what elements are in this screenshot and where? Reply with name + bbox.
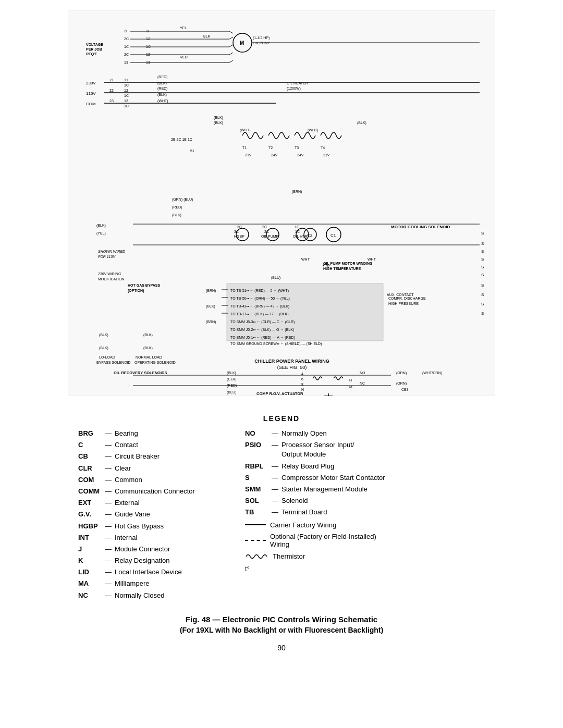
legend-item-hgbp: HGBP — Hot Gas Bypass (78, 522, 224, 531)
svg-text:FOR 115V: FOR 115V (98, 255, 116, 258)
svg-text:(BLK): (BLK) (214, 121, 223, 125)
legend-item-com: COM — Common (78, 475, 224, 485)
svg-text:(BRN): (BRN) (206, 289, 216, 293)
svg-text:(WHT/ORN): (WHT/ORN) (422, 371, 442, 375)
solid-line-symbol (245, 524, 266, 525)
svg-text:RED: RED (180, 55, 188, 59)
svg-text:BLK: BLK (203, 34, 211, 38)
svg-text:21V: 21V (323, 153, 330, 157)
svg-text:(WHT): (WHT) (240, 128, 251, 132)
legend-item-smm: SMM — Starter Management Module (245, 485, 391, 494)
page-number: 90 (68, 644, 495, 652)
svg-text:24V: 24V (297, 153, 304, 157)
svg-text:HOT GAS BYPASS: HOT GAS BYPASS (128, 283, 160, 287)
svg-text:COM: COM (86, 102, 96, 106)
legend-item-no: NO — Normally Open (245, 429, 391, 438)
svg-text:21: 21 (109, 78, 114, 82)
svg-text:C1: C1 (331, 233, 336, 238)
svg-text:REQ'T: REQ'T (86, 52, 97, 56)
legend-item-lid: LID — Local Interface Device (78, 567, 224, 577)
svg-text:(GRN) (BLU): (GRN) (BLU) (172, 198, 193, 202)
svg-text:(OPTION): (OPTION) (128, 289, 144, 293)
svg-text:(BLK): (BLK) (214, 116, 223, 120)
svg-text:(SEE FIG. 50): (SEE FIG. 50) (277, 365, 307, 370)
legend-item-c: C — Contact (78, 440, 224, 450)
svg-text:(BLU): (BLU) (271, 276, 280, 280)
svg-text:CB3: CB3 (401, 388, 409, 391)
svg-text:1C: 1C (124, 104, 129, 108)
svg-text:8: 8 (301, 382, 303, 386)
legend-optional-wiring: Optional (Factory or Field-Installed)Wir… (245, 533, 391, 548)
legend-item-brg: BRG — Bearing (78, 429, 224, 438)
legend-item-gv: G.V. — Guide Vane (78, 510, 224, 519)
svg-text:115V: 115V (86, 91, 96, 96)
svg-text:S: S (481, 249, 484, 254)
svg-text:(BLK): (BLK) (143, 346, 153, 350)
figure-title-line1: Fig. 48 — Electronic PIC Controls Wiring… (68, 615, 495, 624)
svg-text:N: N (301, 388, 304, 391)
svg-text:1C: 1C (124, 94, 129, 97)
svg-text:OIL RECOVERY SOLENOIDS: OIL RECOVERY SOLENOIDS (114, 371, 167, 375)
svg-text:H: H (349, 378, 352, 382)
svg-text:13: 13 (124, 99, 128, 103)
svg-text:NC: NC (360, 381, 365, 385)
dashed-line-symbol (245, 540, 266, 541)
svg-text:2I: 2I (124, 29, 127, 33)
svg-text:T1: T1 (242, 146, 247, 150)
svg-text:TO TB-50••  ← (ORN) — 50 → (YE: TO TB-50•• ← (ORN) — 50 → (YEL) (230, 297, 290, 301)
svg-text:22: 22 (109, 89, 114, 92)
legend-item-cb: CB — Circuit Breaker (78, 452, 224, 461)
svg-text:(ORN): (ORN) (396, 371, 407, 375)
svg-text:(WHT): (WHT) (308, 128, 319, 132)
svg-text:23: 23 (109, 99, 114, 103)
svg-text:HGBP: HGBP (234, 235, 244, 238)
svg-text:T2: T2 (268, 146, 273, 150)
wiring-diagram-svg: VOLTAGE PER JOB REQ'T 2I 2C 1C 2C 13 1I … (68, 10, 495, 396)
carrier-wiring-label: Carrier Factory Wiring (270, 521, 391, 529)
svg-text:230V: 230V (86, 81, 96, 85)
svg-text:NO: NO (360, 371, 365, 375)
svg-text:OIL PUMP MOTOR WINDING: OIL PUMP MOTOR WINDING (323, 262, 373, 265)
legend-item-comm: COMM — Communication Connector (78, 487, 224, 496)
svg-text:PER JOB: PER JOB (86, 47, 102, 51)
svg-text:S: S (481, 241, 484, 246)
svg-text:(RED): (RED) (227, 384, 237, 388)
svg-text:3C: 3C (237, 225, 242, 229)
svg-text:TO TB-51••  ← (RED) —  5  → (W: TO TB-51•• ← (RED) — 5 → (WHT) (230, 289, 289, 293)
legend-title: LEGEND (78, 414, 485, 423)
svg-text:COMP R.G.V. ACTUATOR: COMP R.G.V. ACTUATOR (256, 391, 303, 396)
legend-item-int: INT — Internal (78, 533, 224, 542)
svg-text:(BLK): (BLK) (206, 304, 215, 309)
svg-text:T3: T3 (295, 146, 299, 150)
svg-text:1C: 1C (295, 225, 299, 229)
svg-text:OPERATING SOLENOID: OPERATING SOLENOID (134, 361, 176, 364)
svg-text:3C: 3C (234, 230, 239, 233)
svg-text:T4: T4 (321, 146, 325, 150)
legend-item-psio: PSIO — Processor Sensor Input/Output Mod… (245, 440, 391, 459)
legend-item-s: S — Compressor Motor Start Contactor (245, 473, 391, 483)
svg-text:(BLK): (BLK) (172, 213, 181, 217)
svg-text:M: M (349, 385, 352, 389)
svg-text:2C: 2C (262, 225, 267, 229)
svg-text:TO TB-43••  ← (BRN) — 43 → (BL: TO TB-43•• ← (BRN) — 43 → (BLK) (230, 304, 289, 309)
legend-thermistor: Thermistor (245, 552, 391, 561)
legend-section: LEGEND BRG — Bearing C — Contact CB — Ci… (68, 409, 495, 606)
svg-text:(BLK): (BLK) (96, 224, 106, 228)
svg-text:2C: 2C (124, 37, 129, 41)
svg-text:CHILLER POWER PANEL WIRING: CHILLER POWER PANEL WIRING (254, 359, 329, 364)
svg-text:TO SMM J5-2••  ← (BLK) — G  → : TO SMM J5-2•• ← (BLK) — G → (BLK) (230, 328, 294, 332)
svg-text:(BLK): (BLK) (143, 333, 153, 337)
svg-text:S: S (481, 231, 484, 236)
page-container: VOLTAGE PER JOB REQ'T 2I 2C 1C 2C 13 1I … (0, 0, 563, 728)
svg-text:t°: t° (327, 264, 330, 269)
svg-text:M: M (240, 40, 244, 46)
thermistor-symbol-svg (245, 552, 268, 561)
svg-text:S: S (481, 292, 484, 297)
svg-text:AUX. CONTACT: AUX. CONTACT (387, 293, 414, 297)
svg-text:24V: 24V (271, 153, 278, 157)
svg-text:(WHT): (WHT) (157, 99, 168, 103)
svg-text:OIL HTR: OIL HTR (293, 235, 307, 238)
svg-text:NORMAL LOAD: NORMAL LOAD (136, 355, 162, 359)
optional-wiring-label: Optional (Factory or Field-Installed)Wir… (270, 533, 391, 548)
legend-columns: BRG — Bearing C — Contact CB — Circuit B… (78, 429, 485, 600)
